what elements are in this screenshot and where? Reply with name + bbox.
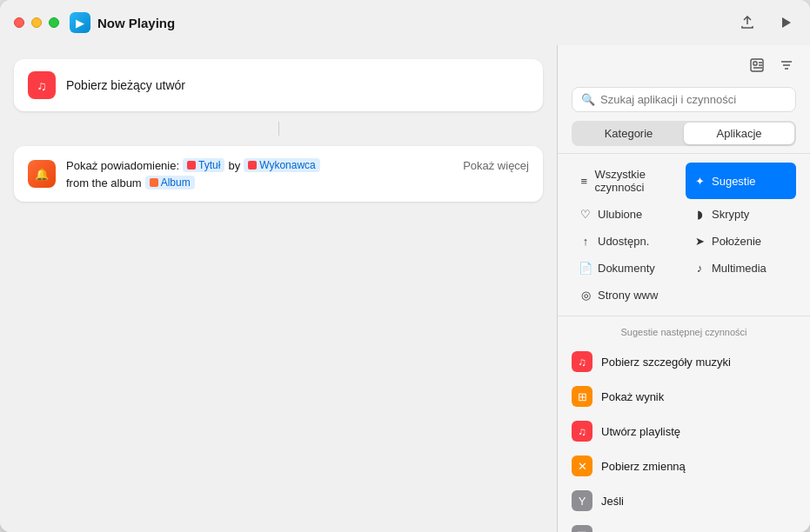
favorites-icon: ♡ — [579, 208, 592, 221]
share-button[interactable] — [737, 12, 758, 33]
suggestion-choose-menu-label: Wybierz z menu — [601, 529, 682, 533]
suggestion-choose-menu-icon: ☰ — [572, 525, 592, 532]
category-scripts[interactable]: ◗ Skrypty — [686, 203, 796, 226]
traffic-lights — [14, 17, 59, 28]
category-all[interactable]: ≡ Wszystkie czynności — [572, 163, 682, 199]
category-favorites-label: Ulubione — [598, 208, 642, 221]
tab-aplikacje[interactable]: Aplikacje — [684, 123, 794, 144]
suggestion-get-variable-label: Pobierz zmienną — [601, 460, 686, 473]
category-share-label: Udostępn. — [598, 235, 649, 248]
token-title[interactable]: Tytuł — [183, 158, 224, 172]
category-all-label: Wszystkie czynności — [594, 168, 675, 194]
documents-icon: 📄 — [579, 262, 592, 275]
token-album[interactable]: Album — [145, 176, 195, 190]
search-bar: 🔍 — [572, 87, 796, 112]
suggestion-create-playlist[interactable]: ♫ Utwórz playlistę — [558, 414, 810, 449]
svg-rect-2 — [753, 62, 757, 65]
notif-line-2: from the album Album — [66, 176, 529, 190]
suggestion-show-result-icon: ⊞ — [572, 386, 592, 407]
category-suggestions-label: Sugestie — [712, 175, 756, 188]
notification-content: Pokaż powiadomienie: Tytuł by Wykonawca … — [66, 158, 529, 190]
token-icon-red — [187, 161, 196, 170]
title-actions — [737, 12, 796, 33]
left-panel: ♫ Pobierz bieżący utwór 🔔 Pokaż powiadom… — [0, 45, 557, 532]
search-icon: 🔍 — [581, 93, 595, 106]
categories-section: ≡ Wszystkie czynności ✦ Sugestie ♡ Ulubi… — [558, 154, 810, 316]
suggestion-music-details[interactable]: ♫ Pobierz szczegóły muzyki — [558, 344, 810, 379]
category-web-label: Strony www — [598, 289, 658, 302]
from-album-text: from the album — [66, 176, 142, 190]
category-suggestions[interactable]: ✦ Sugestie — [686, 163, 796, 199]
suggestion-if-icon: Y — [572, 490, 592, 511]
category-favorites[interactable]: ♡ Ulubione — [572, 203, 682, 226]
get-track-label: Pobierz bieżący utwór — [66, 78, 185, 92]
connector-line — [278, 122, 279, 136]
token-icon-orange — [150, 178, 158, 187]
category-location-label: Położenie — [712, 235, 761, 248]
search-input[interactable] — [600, 93, 787, 106]
category-share[interactable]: ↑ Udostępn. — [572, 229, 682, 253]
suggestion-show-result[interactable]: ⊞ Pokaż wynik — [558, 379, 810, 414]
right-panel-icons — [572, 56, 796, 78]
library-icon-button[interactable] — [747, 56, 766, 78]
suggestion-choose-menu[interactable]: ☰ Wybierz z menu — [558, 518, 810, 532]
notification-icon: 🔔 — [28, 160, 56, 188]
maximize-button[interactable] — [49, 17, 59, 28]
right-panel-header: 🔍 Kategorie Aplikacje — [558, 45, 810, 154]
suggestion-if-label: Jeśli — [601, 495, 624, 508]
window-title: Now Playing — [97, 16, 175, 30]
tab-kategorie[interactable]: Kategorie — [573, 123, 684, 144]
suggestion-create-playlist-icon: ♫ — [572, 421, 592, 442]
token-icon-red2 — [248, 161, 257, 170]
category-multimedia[interactable]: ♪ Multimedia — [686, 256, 796, 280]
share-icon: ↑ — [579, 235, 592, 248]
show-more-link[interactable]: Pokaż więcej — [463, 159, 529, 172]
category-location[interactable]: ➤ Położenie — [686, 229, 796, 253]
main-content: ♫ Pobierz bieżący utwór 🔔 Pokaż powiadom… — [0, 45, 810, 532]
location-icon: ➤ — [693, 235, 706, 248]
tab-row: Kategorie Aplikacje — [572, 121, 796, 146]
suggestion-music-details-label: Pobierz szczegóły muzyki — [601, 356, 731, 369]
suggestion-get-variable[interactable]: ✕ Pobierz zmienną — [558, 449, 810, 483]
music-icon: ♫ — [28, 71, 56, 99]
close-button[interactable] — [14, 17, 24, 28]
right-panel: 🔍 Kategorie Aplikacje ≡ Wszystkie czynno… — [558, 45, 810, 532]
scripts-icon: ◗ — [693, 208, 706, 221]
suggestion-if[interactable]: Y Jeśli — [558, 483, 810, 518]
notif-prefix: Pokaż powiadomienie: — [66, 159, 179, 172]
category-multimedia-label: Multimedia — [712, 262, 766, 275]
minimize-button[interactable] — [31, 17, 42, 28]
category-scripts-label: Skrypty — [712, 208, 749, 221]
notif-line-1: Pokaż powiadomienie: Tytuł by Wykonawca … — [66, 158, 529, 172]
category-web[interactable]: ◎ Strony www — [572, 283, 682, 307]
app-icon: ▶ — [70, 12, 90, 33]
app-title-group: ▶ Now Playing — [70, 12, 175, 33]
suggestion-show-result-label: Pokaż wynik — [601, 390, 664, 403]
all-icon: ≡ — [579, 175, 589, 188]
category-documents-label: Dokumenty — [598, 262, 655, 275]
category-documents[interactable]: 📄 Dokumenty — [572, 256, 682, 280]
web-icon: ◎ — [579, 289, 592, 302]
by-text: by — [228, 159, 240, 172]
suggestion-music-details-icon: ♫ — [572, 351, 592, 372]
suggestion-create-playlist-label: Utwórz playlistę — [601, 425, 680, 438]
title-bar: ▶ Now Playing — [0, 0, 810, 45]
suggestions-section: Sugestie następnej czynności ♫ Pobierz s… — [558, 316, 810, 532]
suggestions-icon: ✦ — [693, 175, 706, 188]
show-notification-block[interactable]: 🔔 Pokaż powiadomienie: Tytuł by — [14, 146, 543, 202]
app-window: ▶ Now Playing ♫ — [0, 0, 810, 532]
get-current-track-block[interactable]: ♫ Pobierz bieżący utwór — [14, 59, 543, 111]
suggestions-header: Sugestie następnej czynności — [558, 323, 810, 344]
svg-marker-0 — [782, 17, 791, 28]
play-button[interactable] — [775, 12, 796, 33]
multimedia-icon: ♪ — [693, 262, 706, 275]
token-artist[interactable]: Wykonawca — [244, 158, 320, 172]
filter-icon-button[interactable] — [777, 56, 796, 78]
suggestion-get-variable-icon: ✕ — [572, 456, 592, 476]
